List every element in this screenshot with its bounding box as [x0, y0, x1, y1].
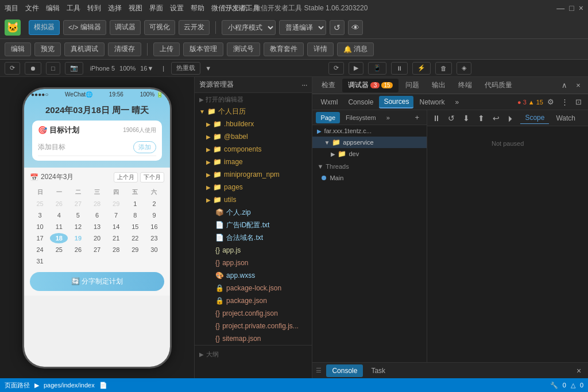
chevron-up-icon[interactable]: ∧: [558, 79, 571, 92]
debug-tab[interactable]: 调试器: [110, 20, 141, 35]
cal-day[interactable]: 29: [107, 199, 125, 209]
more-fs-tabs[interactable]: »: [382, 112, 394, 123]
add-fs-icon[interactable]: +: [411, 111, 423, 124]
settings-icon[interactable]: ⚙: [544, 96, 557, 108]
simulator-tab[interactable]: 模拟器: [29, 20, 60, 35]
cal-day[interactable]: 1: [126, 199, 144, 209]
test-btn[interactable]: 测试号: [227, 42, 260, 56]
calendar-nav[interactable]: 上个月 下个月: [114, 172, 164, 183]
menu-help[interactable]: 帮助: [191, 3, 204, 13]
cal-today[interactable]: 18: [50, 233, 68, 243]
share-btn[interactable]: 🔄 分字制定计划: [30, 272, 164, 291]
tab-issues[interactable]: 问题: [400, 79, 425, 92]
subtab-more[interactable]: »: [450, 96, 463, 108]
appwxss-file[interactable]: 🎨 app.wxss: [195, 269, 312, 282]
rotate-btn[interactable]: ⟳: [328, 62, 344, 75]
phone-btn[interactable]: 📱: [368, 62, 386, 75]
wifi-btn[interactable]: ⚡: [412, 62, 431, 75]
cal-day[interactable]: 5: [69, 210, 87, 220]
subtab-network[interactable]: Network: [415, 96, 449, 108]
settings-icon[interactable]: 🔧: [550, 382, 558, 389]
minimize-button[interactable]: —: [556, 3, 564, 13]
pkglock-file[interactable]: 🔒 package-lock.json: [195, 282, 312, 294]
cal-day[interactable]: 6: [88, 210, 106, 220]
subtab-console[interactable]: Console: [343, 96, 378, 108]
close-console-btn[interactable]: ×: [573, 365, 585, 377]
cal-day[interactable]: 20: [88, 233, 106, 243]
menu-settings[interactable]: 设置: [170, 3, 184, 13]
cal-day-highlight[interactable]: 19: [69, 233, 87, 243]
visual-tab[interactable]: 可视化: [144, 20, 175, 35]
step-over-btn[interactable]: ↺: [446, 112, 457, 124]
babel-folder[interactable]: ▶ 📁 @babel: [195, 130, 312, 143]
adid-file[interactable]: 📄 广告iD配置.txt: [195, 219, 312, 231]
version-mgr-btn[interactable]: 版本管理: [183, 42, 223, 56]
cal-day[interactable]: 23: [145, 233, 163, 243]
expand-panel-icon[interactable]: ⊡: [572, 96, 585, 108]
pkg-file[interactable]: 🔒 package.json: [195, 294, 312, 307]
clear-cache-btn[interactable]: 清缓存: [108, 42, 141, 56]
menu-goto[interactable]: 转到: [87, 3, 101, 13]
close-button[interactable]: ×: [579, 3, 583, 13]
sources-item-1[interactable]: ▶ far.xxx.1tentz.c...: [312, 125, 427, 137]
filetree-actions[interactable]: ···: [301, 81, 307, 89]
play-btn[interactable]: ▶: [349, 62, 363, 75]
more-icon[interactable]: ···: [301, 81, 307, 89]
components-folder[interactable]: ▶ 📁 components: [195, 143, 312, 156]
menu-project[interactable]: 项目: [5, 3, 18, 13]
cal-day[interactable]: 24: [31, 244, 49, 255]
zip-file[interactable]: 📦 个人.zip: [195, 206, 312, 219]
cal-day[interactable]: 17: [31, 233, 49, 243]
cal-day[interactable]: 12: [69, 222, 87, 232]
maximize-button[interactable]: □: [569, 3, 574, 13]
more-options-icon[interactable]: ⋮: [558, 96, 571, 108]
close-devtools-btn[interactable]: ×: [572, 79, 585, 92]
watch-tab[interactable]: Watch: [551, 112, 580, 124]
device-select-btn[interactable]: □: [46, 62, 60, 75]
cal-day[interactable]: 26: [50, 199, 68, 209]
pages-folder[interactable]: ▶ 📁 pages: [195, 181, 312, 193]
menu-file[interactable]: 文件: [25, 3, 39, 13]
appjson-file[interactable]: {} app.json: [195, 257, 312, 269]
npm-folder[interactable]: ▶ 📁 miniprogram_npm: [195, 168, 312, 181]
filesystem-tab[interactable]: Filesystem: [341, 112, 381, 123]
tab-terminal[interactable]: 终端: [452, 79, 478, 92]
refresh-button[interactable]: ↺: [330, 20, 345, 35]
edu-btn[interactable]: 教育套件: [264, 42, 304, 56]
messages-btn[interactable]: 🔔 消息: [337, 42, 374, 56]
cal-day[interactable]: 21: [107, 233, 125, 243]
step-out-btn[interactable]: ⬆: [475, 112, 487, 124]
image-folder[interactable]: ▶ 📁 image: [195, 156, 312, 168]
real-debug-btn[interactable]: 真机调试: [64, 42, 105, 56]
preview-btn[interactable]: 预览: [34, 42, 61, 56]
mode-select[interactable]: 小程序模式: [222, 20, 276, 35]
cal-day[interactable]: 26: [69, 244, 87, 255]
add-goal-row[interactable]: 添加目标 添加: [38, 139, 156, 156]
console-tab-btn[interactable]: Console: [326, 364, 363, 377]
cal-day[interactable]: 9: [145, 210, 163, 220]
cal-day[interactable]: 3: [31, 210, 49, 220]
task-tab-btn[interactable]: Task: [365, 364, 391, 377]
cal-day[interactable]: 8: [126, 210, 144, 220]
stop-btn[interactable]: ⏺: [25, 62, 41, 75]
sitemap-file[interactable]: {} sitemap.json: [195, 332, 312, 345]
overview-toggle[interactable]: ▶ 大纲: [199, 348, 307, 361]
menu-edit[interactable]: 编辑: [46, 3, 60, 13]
window-controls[interactable]: — □ ×: [556, 3, 583, 13]
cal-day[interactable]: 25: [31, 199, 49, 209]
cal-day[interactable]: 4: [50, 210, 68, 220]
cal-day[interactable]: 13: [88, 222, 106, 232]
edit-btn[interactable]: 编辑: [5, 42, 31, 56]
cal-day[interactable]: 28: [107, 244, 125, 255]
pause-icon-btn[interactable]: ⏸: [391, 62, 408, 75]
tab-output[interactable]: 输出: [426, 79, 451, 92]
cal-day[interactable]: 25: [50, 244, 68, 255]
menu-select[interactable]: 选择: [108, 3, 122, 13]
subtab-wxml[interactable]: Wxml: [316, 96, 342, 108]
menu-tools[interactable]: 工具: [67, 3, 80, 13]
editor-tab[interactable]: </> 编辑器: [63, 20, 106, 35]
thread-main[interactable]: Main: [317, 172, 422, 184]
cal-day[interactable]: 14: [107, 222, 125, 232]
menu-view[interactable]: 视图: [129, 3, 142, 13]
prev-month-btn[interactable]: 上个月: [114, 172, 138, 183]
